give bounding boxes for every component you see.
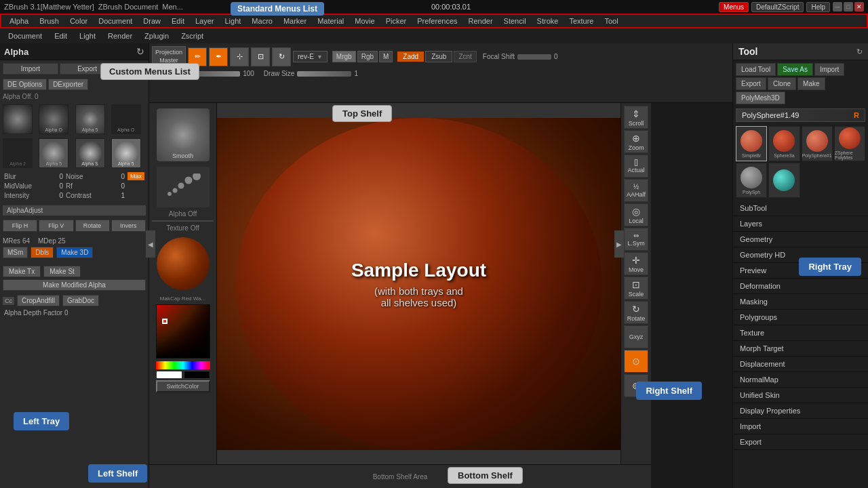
zsub-btn[interactable]: Zsub bbox=[425, 51, 452, 62]
grab-doc-btn[interactable]: GrabDoc bbox=[62, 295, 99, 306]
tool-simple-brush[interactable]: SimpleBr bbox=[736, 126, 767, 161]
scroll-btn[interactable]: ⇕Scroll bbox=[624, 106, 648, 129]
morph-target-item[interactable]: Morph Target bbox=[733, 341, 868, 357]
alpha-thumb-6[interactable]: Alpha S bbox=[75, 138, 105, 168]
menu-light[interactable]: Light bbox=[220, 16, 247, 26]
menu-texture[interactable]: Texture bbox=[564, 16, 599, 26]
zoom-btn[interactable]: ⊕Zoom bbox=[624, 130, 648, 153]
menu-stencil[interactable]: Stencil bbox=[498, 16, 532, 26]
dexporter-btn[interactable]: DExporter bbox=[48, 79, 88, 90]
polymesh3d-btn[interactable]: PolyMesh3D bbox=[736, 92, 785, 104]
menus-btn[interactable]: Menus bbox=[719, 2, 749, 12]
switch-color-btn[interactable]: SwitchColor bbox=[156, 380, 210, 392]
menu-macro[interactable]: Macro bbox=[246, 16, 278, 26]
zadd-btn[interactable]: Zadd bbox=[397, 52, 424, 62]
mrgb-btn[interactable]: Mrgb bbox=[332, 51, 356, 62]
black-swatch[interactable] bbox=[184, 371, 210, 379]
alpha-thumb-2[interactable]: Alpha 5 bbox=[75, 104, 105, 134]
tool-sphere3d[interactable]: Sphere3a bbox=[768, 126, 800, 161]
make-st-btn[interactable]: Make St bbox=[43, 266, 81, 277]
export-tool-btn[interactable]: Export bbox=[736, 77, 766, 90]
menu-tool[interactable]: Tool bbox=[599, 16, 623, 26]
masking-item[interactable]: Masking bbox=[733, 294, 868, 310]
menu2-edit[interactable]: Edit bbox=[49, 30, 73, 41]
menu-stroke[interactable]: Stroke bbox=[532, 16, 564, 26]
menu2-zplugin[interactable]: Zplugin bbox=[139, 30, 174, 41]
menu-picker[interactable]: Picker bbox=[380, 16, 412, 26]
deformation-item[interactable]: Deformation bbox=[733, 279, 868, 294]
dots-brush-preview[interactable] bbox=[157, 167, 210, 207]
menu-color[interactable]: Color bbox=[64, 16, 93, 26]
alpha-refresh-icon[interactable]: ↻ bbox=[136, 46, 144, 57]
rotate-shelf-btn[interactable]: ↻Rotate bbox=[624, 301, 648, 324]
rotate-btn[interactable]: ↻ bbox=[272, 47, 291, 66]
make-modified-btn[interactable]: Make Modified Alpha bbox=[3, 279, 146, 291]
color-picker[interactable] bbox=[156, 304, 210, 359]
alpha-thumb-5[interactable]: Alpha 5 bbox=[39, 138, 68, 168]
import-tool-btn[interactable]: Import bbox=[814, 63, 844, 76]
tool-polysphere[interactable]: PolySphere#1 bbox=[802, 126, 833, 161]
save-as-btn[interactable]: Save As bbox=[777, 63, 813, 76]
zcnt-btn[interactable]: Zcnt bbox=[454, 51, 476, 62]
aahalf-btn[interactable]: ½AAHalf bbox=[624, 179, 648, 202]
msm-btn[interactable]: MSm bbox=[3, 247, 28, 258]
inverse-btn[interactable]: Invers bbox=[111, 220, 146, 232]
load-tool-btn[interactable]: Load Tool bbox=[736, 63, 776, 76]
draw-size-slider[interactable] bbox=[297, 71, 351, 77]
menu2-zscript[interactable]: Zscript bbox=[176, 30, 209, 41]
menu-marker[interactable]: Marker bbox=[278, 16, 312, 26]
menu-brush[interactable]: Brush bbox=[34, 16, 64, 26]
menu-edit[interactable]: Edit bbox=[166, 16, 190, 26]
crop-fill-btn[interactable]: CropAndfill bbox=[17, 295, 60, 306]
menu-document[interactable]: Document bbox=[93, 16, 138, 26]
snap-btn[interactable]: ⊙ bbox=[624, 350, 648, 373]
flip-v-btn[interactable]: Flip V bbox=[39, 220, 73, 232]
menu2-render[interactable]: Render bbox=[102, 30, 138, 41]
local-btn[interactable]: ◎Local bbox=[624, 203, 648, 226]
menu-layer[interactable]: Layer bbox=[190, 16, 220, 26]
unified-skin-item[interactable]: Unified Skin bbox=[733, 388, 868, 403]
menu2-document[interactable]: Document bbox=[3, 30, 47, 41]
menu-alpha[interactable]: Alpha bbox=[4, 16, 34, 26]
matcap-preview[interactable] bbox=[157, 237, 210, 290]
scale-shelf-btn[interactable]: ⊡Scale bbox=[624, 277, 648, 300]
menu-draw[interactable]: Draw bbox=[138, 16, 166, 26]
alpha-thumb-4[interactable]: Alpha 2 bbox=[3, 138, 33, 168]
white-swatch[interactable] bbox=[156, 371, 182, 379]
scale-btn[interactable]: ⊡ bbox=[251, 47, 270, 66]
normalmap-item[interactable]: NormalMap bbox=[733, 372, 868, 388]
make-btn[interactable]: Make bbox=[797, 77, 825, 90]
tool-cyan[interactable] bbox=[768, 163, 800, 198]
m-btn[interactable]: M bbox=[379, 51, 393, 62]
alpha-thumb-3[interactable]: Alpha O bbox=[111, 104, 141, 134]
import-tool-menu-item[interactable]: Import bbox=[733, 419, 868, 434]
smooth-brush-preview[interactable]: Smooth bbox=[157, 108, 210, 161]
tool-zsphere[interactable]: ZSphere PolyMes bbox=[834, 126, 865, 161]
export-tool-menu-item[interactable]: Export bbox=[733, 434, 868, 450]
tool-refresh-icon[interactable]: ↻ bbox=[856, 47, 863, 56]
clone-btn[interactable]: Clone bbox=[768, 77, 796, 90]
display-properties-item[interactable]: Display Properties bbox=[733, 403, 868, 419]
alpha-thumb-1[interactable]: Alpha O bbox=[39, 104, 68, 134]
menu-movie[interactable]: Movie bbox=[349, 16, 380, 26]
menu-preferences[interactable]: Preferences bbox=[412, 16, 462, 26]
make-tx-btn[interactable]: Make Tx bbox=[3, 266, 41, 277]
viewport-canvas[interactable]: Sample Layout (with both trays and all s… bbox=[217, 118, 620, 450]
layers-item[interactable]: Layers bbox=[733, 216, 868, 232]
actual-btn[interactable]: []Actual bbox=[624, 155, 648, 178]
lsym-btn[interactable]: ⇔L.Sym bbox=[624, 228, 648, 251]
rotate-alpha-btn[interactable]: Rotate bbox=[75, 220, 110, 232]
dbls-btn[interactable]: Dbls bbox=[31, 247, 54, 258]
right-expand-btn[interactable]: ▶ bbox=[614, 230, 624, 258]
alpha-adjust-btn[interactable]: AlphaAdjust bbox=[3, 205, 146, 216]
focal-slider[interactable] bbox=[517, 54, 551, 60]
menu-material[interactable]: Material bbox=[312, 16, 349, 26]
menu2-light[interactable]: Light bbox=[74, 30, 101, 41]
de-options-btn[interactable]: DE Options bbox=[3, 79, 47, 90]
menu-render[interactable]: Render bbox=[463, 16, 498, 26]
move-shelf-btn[interactable]: ✛Move bbox=[624, 252, 648, 275]
polygroups-item[interactable]: Polygroups bbox=[733, 310, 868, 325]
maximize-btn[interactable]: □ bbox=[844, 2, 853, 12]
close-btn[interactable]: ✕ bbox=[854, 2, 864, 12]
texture-item[interactable]: Texture bbox=[733, 325, 868, 341]
